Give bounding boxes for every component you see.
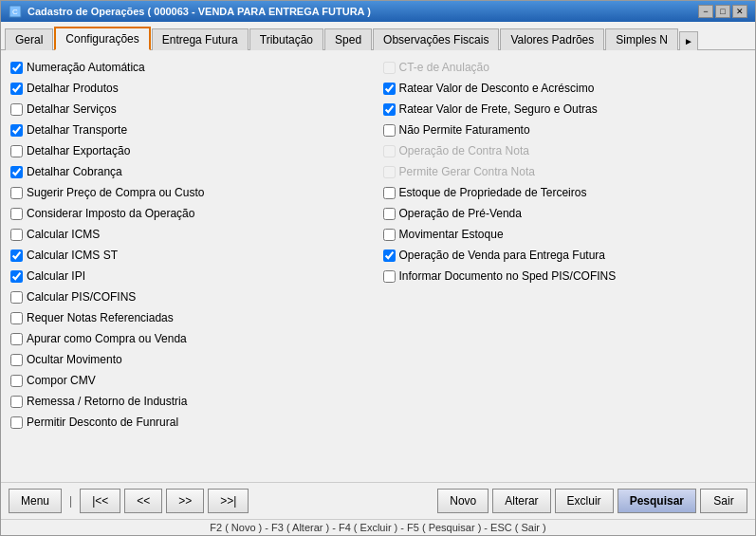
app-icon: C [9,5,22,18]
checkbox-permitir-desconto[interactable] [10,416,23,429]
checkbox-ratear-desconto[interactable] [383,83,396,95]
checkbox-detalhar-transporte[interactable] [10,124,23,137]
tab-tributacao[interactable]: Tributação [249,28,323,50]
status-bar: F2 ( Novo ) - F3 ( Alterar ) - F4 ( Excl… [1,519,755,535]
checkbox-informar-documento-sped[interactable] [383,270,396,283]
checkbox-detalhar-servicos[interactable] [10,103,23,116]
label-calcular-pis[interactable]: Calcular PIS/COFINS [27,290,136,304]
list-item: Permitir Desconto de Funrural [10,413,374,432]
label-detalhar-produtos[interactable]: Detalhar Produtos [27,82,119,95]
main-window: C Cadastro de Operações ( 000063 - VENDA… [0,0,756,536]
list-item: Operação de Contra Nota [383,141,747,160]
novo-button[interactable]: Novo [437,489,489,513]
checkbox-sugerir-preco[interactable] [10,187,23,199]
list-item: CT-e de Anulação [383,58,747,77]
label-operacao-pre-venda[interactable]: Operação de Pré-Venda [399,207,522,220]
tab-obs-fiscais[interactable]: Observações Fiscais [373,28,499,50]
tabs-bar: Geral Configurações Entrega Futura Tribu… [1,22,755,50]
checkbox-requer-notas[interactable] [10,312,23,324]
svg-text:C: C [12,8,18,16]
list-item: Permite Gerar Contra Nota [383,162,747,181]
maximize-button[interactable]: □ [715,5,730,18]
list-item: Calcular PIS/COFINS [10,287,374,306]
last-button[interactable]: >>| [208,489,249,513]
label-detalhar-servicos[interactable]: Detalhar Serviços [27,102,117,116]
tab-geral[interactable]: Geral [5,28,53,50]
label-requer-notas[interactable]: Requer Notas Referenciadas [27,311,174,324]
label-movimentar-estoque[interactable]: Movimentar Estoque [399,228,504,241]
label-estoque-terceiros[interactable]: Estoque de Propriedade de Terceiros [399,186,587,199]
checkbox-calcular-ipi[interactable] [10,270,23,283]
label-detalhar-cobranca[interactable]: Detalhar Cobrança [27,165,122,178]
checkbox-permite-gerar-contra-nota[interactable] [383,166,396,178]
checkbox-considerar-imposto[interactable] [10,208,23,220]
checkbox-calcular-pis[interactable] [10,291,23,304]
label-calcular-icms-st[interactable]: Calcular ICMS ST [27,249,118,262]
label-detalhar-transporte[interactable]: Detalhar Transporte [27,123,127,137]
checkbox-calcular-icms-st[interactable] [10,250,23,262]
label-remessa-retorno[interactable]: Remessa / Retorno de Industria [27,395,187,408]
checkbox-operacao-contra-nota[interactable] [383,145,396,157]
checkbox-ocultar-movimento[interactable] [10,354,23,366]
label-calcular-ipi[interactable]: Calcular IPI [27,269,85,283]
tab-simples-n[interactable]: Simples N [605,28,678,50]
label-compor-cmv[interactable]: Compor CMV [27,374,96,387]
list-item: Ratear Valor de Desconto e Acréscimo [383,79,747,98]
list-item: Apurar como Compra ou Venda [10,329,374,348]
checkbox-nao-permite-faturamento[interactable] [383,124,396,137]
alterar-button[interactable]: Alterar [492,489,550,513]
close-button[interactable]: ✕ [732,5,747,18]
checkbox-operacao-pre-venda[interactable] [383,208,396,220]
tab-valores-padroes[interactable]: Valores Padrões [500,28,604,50]
checkbox-estoque-terceiros[interactable] [383,187,396,199]
checkbox-ratear-frete[interactable] [383,103,396,116]
label-apurar-compra-venda[interactable]: Apurar como Compra ou Venda [27,332,187,345]
list-item: Operação de Venda para Entrega Futura [383,246,747,265]
next-button[interactable]: >> [166,489,204,513]
checkbox-remessa-retorno[interactable] [10,396,23,408]
checkbox-movimentar-estoque[interactable] [383,229,396,241]
list-item: Requer Notas Referenciadas [10,308,374,327]
excluir-button[interactable]: Excluir [555,489,614,513]
first-button[interactable]: |<< [80,489,120,513]
label-permite-gerar-contra-nota: Permite Gerar Contra Nota [399,165,535,178]
tab-scroll-right[interactable]: ► [679,31,698,50]
title-bar-left: C Cadastro de Operações ( 000063 - VENDA… [9,5,371,18]
label-cte-anulacao: CT-e de Anulação [399,61,489,74]
checkbox-numeracao-automatica[interactable] [10,62,23,74]
checkbox-detalhar-cobranca[interactable] [10,166,23,178]
checkbox-compor-cmv[interactable] [10,375,23,387]
label-considerar-imposto[interactable]: Considerar Imposto da Operação [27,207,194,220]
list-item: Numeração Automática [10,58,374,77]
list-item: Detalhar Exportação [10,141,374,160]
checkbox-calcular-icms[interactable] [10,229,23,241]
tab-configuracoes[interactable]: Configurações [54,27,150,50]
checkbox-detalhar-produtos[interactable] [10,83,23,95]
label-informar-documento-sped[interactable]: Informar Documento no Sped PIS/COFINS [399,269,617,283]
list-item: Remessa / Retorno de Industria [10,392,374,411]
label-permitir-desconto[interactable]: Permitir Desconto de Funrural [27,416,178,429]
checkbox-operacao-venda-entrega-futura[interactable] [383,250,396,262]
menu-button[interactable]: Menu [9,489,62,513]
label-numeracao-automatica[interactable]: Numeração Automática [27,61,145,74]
label-detalhar-exportacao[interactable]: Detalhar Exportação [27,144,130,157]
list-item: Detalhar Cobrança [10,162,374,181]
list-item: Detalhar Produtos [10,79,374,98]
tab-sped[interactable]: Sped [324,28,372,50]
label-sugerir-preco[interactable]: Sugerir Preço de Compra ou Custo [27,186,204,199]
checkbox-cte-anulacao[interactable] [383,62,396,74]
minimize-button[interactable]: − [698,5,713,18]
checkbox-apurar-compra-venda[interactable] [10,333,23,345]
label-ratear-frete[interactable]: Ratear Valor de Frete, Seguro e Outras [399,102,598,116]
tab-entrega-futura[interactable]: Entrega Futura [152,28,249,50]
pesquisar-button[interactable]: Pesquisar [618,489,696,513]
label-calcular-icms[interactable]: Calcular ICMS [27,228,100,241]
label-operacao-venda-entrega-futura[interactable]: Operação de Venda para Entrega Futura [399,249,605,262]
checkbox-detalhar-exportacao[interactable] [10,145,23,157]
label-nao-permite-faturamento[interactable]: Não Permite Faturamento [399,123,530,137]
sair-button[interactable]: Sair [700,489,747,513]
prev-button[interactable]: << [124,489,162,513]
label-ratear-desconto[interactable]: Ratear Valor de Desconto e Acréscimo [399,82,595,95]
label-ocultar-movimento[interactable]: Ocultar Movimento [27,353,122,366]
right-column: CT-e de Anulação Ratear Valor de Descont… [383,58,747,474]
